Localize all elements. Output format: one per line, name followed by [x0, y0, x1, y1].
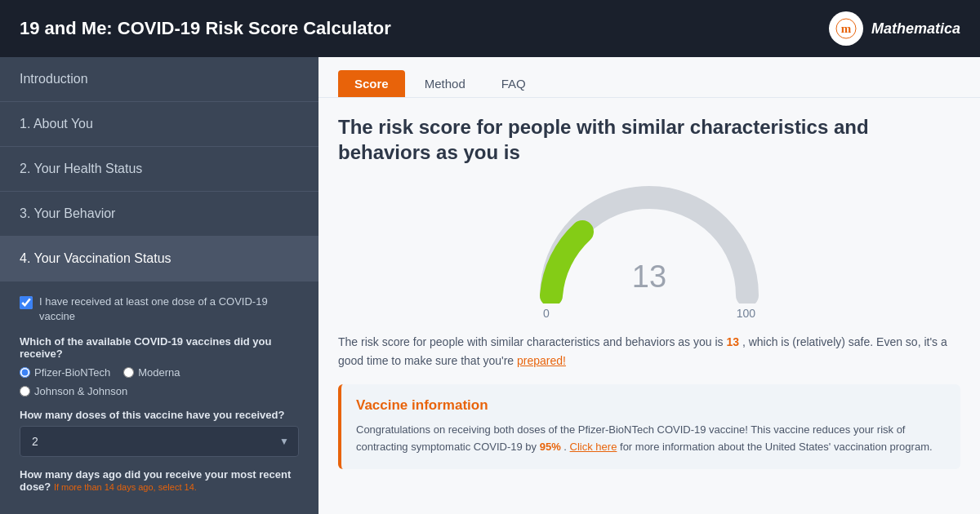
vaccination-form: I have received at least one dose of a C…	[0, 281, 318, 511]
radio-moderna-row: Moderna	[123, 366, 180, 379]
doses-select[interactable]: 1 2 3	[20, 426, 299, 457]
mathematica-logo-icon: m	[829, 11, 863, 46]
recent-dose-sublabel: If more than 14 days ago, select 14.	[54, 482, 197, 492]
radio-pfizer-row: Pfizer-BioNTech	[20, 366, 110, 379]
pfizer-label: Pfizer-BioNTech	[34, 366, 110, 379]
vaccine-received-label: I have received at least one dose of a C…	[39, 295, 299, 324]
main-panel: Score Method FAQ The risk score for peop…	[318, 57, 980, 514]
pfizer-radio[interactable]	[20, 367, 30, 378]
sidebar-item-behavior[interactable]: 3. Your Behavior	[0, 192, 318, 237]
score-highlight: 13	[726, 335, 739, 348]
vaccine-info-text: Congratulations on receiving both doses …	[356, 422, 946, 456]
tab-score[interactable]: Score	[338, 70, 405, 97]
vaccine-click-here-link[interactable]: Click here	[570, 441, 617, 453]
gauge-min-label: 0	[543, 307, 550, 320]
risk-description: The risk score for people with similar c…	[338, 333, 960, 370]
gauge-container: 13 0 100	[338, 181, 960, 320]
jj-label: Johnson & Johnson	[34, 385, 127, 397]
sidebar: Introduction 1. About You 2. Your Health…	[0, 57, 318, 514]
sidebar-item-introduction[interactable]: Introduction	[0, 57, 318, 102]
panel-body: The risk score for people with similar c…	[318, 98, 980, 485]
vaccine-pct-highlight: 95%	[540, 441, 561, 453]
vaccine-received-checkbox[interactable]	[20, 296, 33, 309]
svg-text:13: 13	[632, 259, 666, 294]
moderna-radio[interactable]	[123, 367, 134, 378]
jj-radio[interactable]	[20, 386, 30, 397]
app-header: 19 and Me: COVID-19 Risk Score Calculato…	[0, 0, 980, 57]
vaccine-info-box: Vaccine information Congratulations on r…	[338, 384, 960, 469]
doses-question-label: How many doses of this vaccine have you …	[20, 409, 299, 421]
prepared-link[interactable]: prepared!	[517, 354, 566, 367]
vaccine-info-title: Vaccine information	[356, 397, 946, 414]
gauge-max-label: 100	[737, 307, 755, 320]
recent-dose-label: How many days ago did you receive your m…	[20, 468, 299, 493]
sidebar-item-health-status[interactable]: 2. Your Health Status	[0, 147, 318, 192]
main-layout: Introduction 1. About You 2. Your Health…	[0, 57, 980, 514]
tab-faq[interactable]: FAQ	[485, 70, 542, 97]
gauge-chart: 13	[535, 181, 764, 304]
svg-text:m: m	[841, 22, 852, 35]
gauge-axis-labels: 0 100	[543, 307, 755, 320]
vaccine-type-label: Which of the available COVID-19 vaccines…	[20, 335, 299, 360]
mathematica-brand-name: Mathematica	[871, 20, 960, 38]
tab-bar: Score Method FAQ	[318, 57, 980, 98]
app-title: 19 and Me: COVID-19 Risk Score Calculato…	[20, 18, 391, 39]
main-heading: The risk score for people with similar c…	[338, 114, 960, 165]
radio-jj-row: Johnson & Johnson	[20, 385, 127, 397]
doses-select-wrapper: 1 2 3 ▼	[20, 426, 299, 457]
vaccine-type-radio-group: Pfizer-BioNTech Moderna Johnson & Johnso…	[20, 366, 299, 397]
vaccine-received-row: I have received at least one dose of a C…	[20, 295, 299, 324]
sidebar-item-vaccination-status[interactable]: 4. Your Vaccination Status	[0, 237, 318, 281]
moderna-label: Moderna	[138, 366, 180, 379]
tab-method[interactable]: Method	[408, 70, 482, 97]
logo-area: m Mathematica	[829, 11, 960, 46]
sidebar-item-about-you[interactable]: 1. About You	[0, 102, 318, 147]
